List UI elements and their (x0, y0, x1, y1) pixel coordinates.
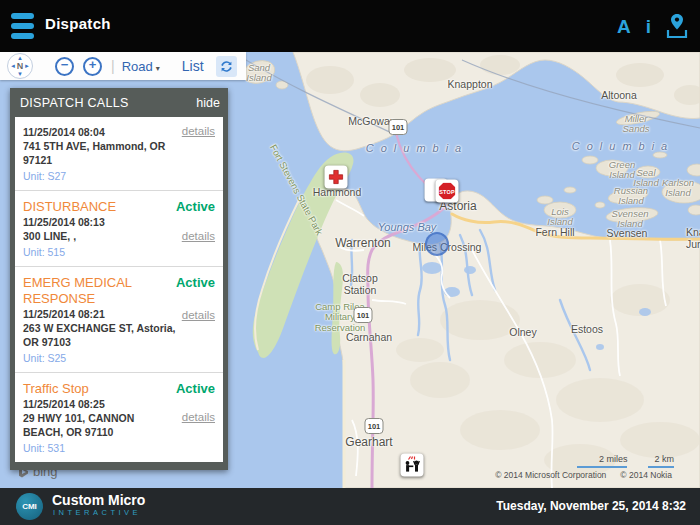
stop-sign-icon: STOP (439, 183, 456, 200)
cmi-logo: CMI (16, 493, 43, 520)
app-bar: Dispatch A i (0, 0, 700, 52)
call-item[interactable]: DISTURBANCE Active 11/25/2014 08:13 300 … (15, 190, 223, 266)
footer-bar: CMI Custom Micro INTERACTIVE Tuesday, No… (0, 488, 700, 525)
chevron-down-icon: ▾ (156, 64, 160, 73)
pan-down-icon[interactable]: ▼ (17, 71, 23, 77)
pan-right-icon[interactable]: ► (24, 63, 30, 69)
call-status: Active (176, 275, 215, 290)
call-address: 263 W EXCHANGE ST, Astoria, OR 97103 (23, 321, 181, 349)
pan-left-icon[interactable]: ◄ (10, 63, 16, 69)
call-datetime: 11/25/2014 08:25 (23, 397, 181, 411)
call-type: Traffic Stop (23, 381, 173, 397)
call-address: 741 5TH AVE, Hammond, OR 97121 (23, 139, 181, 167)
avl-toggle-button[interactable]: A (617, 17, 631, 36)
medical-call-marker[interactable] (325, 166, 348, 189)
route-shield-101: 101 (354, 307, 373, 323)
call-datetime: 11/25/2014 08:04 (23, 125, 181, 139)
call-item[interactable]: 11/25/2014 08:04 741 5TH AVE, Hammond, O… (15, 117, 223, 190)
refresh-button[interactable] (216, 56, 237, 77)
call-details-link[interactable]: details (182, 230, 215, 242)
call-details-link[interactable]: details (182, 309, 215, 321)
map-toolbar: N ▲ ▼ ◄ ► − + | Road▾ List (0, 52, 246, 80)
zoom-out-button[interactable]: − (55, 57, 74, 76)
robbery-icon (403, 456, 422, 475)
call-status: Active (176, 381, 215, 396)
call-type: EMERG MEDICAL RESPONSE (23, 275, 143, 307)
compass-north-label: N (17, 61, 24, 71)
call-address: 29 HWY 101, CANNON BEACH, OR 97110 (23, 411, 163, 439)
locate-icon[interactable] (666, 13, 688, 39)
page-title: Dispatch (45, 15, 111, 32)
call-unit: Unit: 531 (23, 441, 215, 455)
info-button[interactable]: i (646, 17, 651, 36)
call-details-link[interactable]: details (182, 125, 215, 137)
dispatch-calls-panel: DISPATCH CALLS hide 11/25/2014 08:04 741… (10, 88, 228, 470)
scale-miles: 2 miles (577, 454, 627, 468)
map-type-dropdown[interactable]: Road▾ (122, 59, 160, 74)
call-details-link[interactable]: details (182, 411, 215, 423)
hide-panel-button[interactable]: hide (196, 96, 220, 110)
call-address: 300 LINE, , (23, 229, 181, 243)
company-tagline: INTERACTIVE (53, 508, 141, 517)
current-datetime: Tuesday, November 25, 2014 8:32 (496, 499, 686, 513)
toolbar-divider: | (111, 58, 115, 74)
call-unit: Unit: 515 (23, 245, 215, 259)
call-status: Active (176, 199, 215, 214)
route-shield-101: 101 (365, 418, 384, 434)
call-datetime: 11/25/2014 08:21 (23, 307, 181, 321)
refresh-icon (219, 59, 234, 74)
compass-control[interactable]: N ▲ ▼ ◄ ► (7, 53, 33, 79)
call-type: DISTURBANCE (23, 199, 173, 215)
panel-title: DISPATCH CALLS (20, 96, 129, 110)
call-item[interactable]: EMERG MEDICAL RESPONSE Active 11/25/2014… (15, 266, 223, 372)
call-unit: Unit: S27 (23, 169, 215, 183)
unit-location-circle[interactable] (425, 232, 449, 256)
map-scale: 2 miles 2 km (577, 454, 674, 468)
scale-km: 2 km (648, 454, 674, 468)
stop-call-marker[interactable]: STOP (436, 180, 459, 203)
map-copyright: © 2014 Microsoft Corporation© 2014 Nokia (495, 470, 672, 480)
call-unit: Unit: S25 (23, 351, 215, 365)
zoom-in-button[interactable]: + (83, 57, 102, 76)
panel-header: DISPATCH CALLS hide (15, 88, 223, 117)
call-datetime: 11/25/2014 08:13 (23, 215, 181, 229)
list-view-button[interactable]: List (182, 58, 204, 74)
company-name: Custom Micro (52, 493, 145, 508)
route-shield-101: 101 (389, 119, 408, 135)
call-item[interactable]: Traffic Stop Active 11/25/2014 08:25 29 … (15, 372, 223, 462)
pan-up-icon[interactable]: ▲ (17, 55, 23, 61)
menu-icon[interactable] (11, 13, 34, 39)
robbery-call-marker[interactable] (401, 454, 424, 477)
call-list: 11/25/2014 08:04 741 5TH AVE, Hammond, O… (15, 117, 223, 462)
